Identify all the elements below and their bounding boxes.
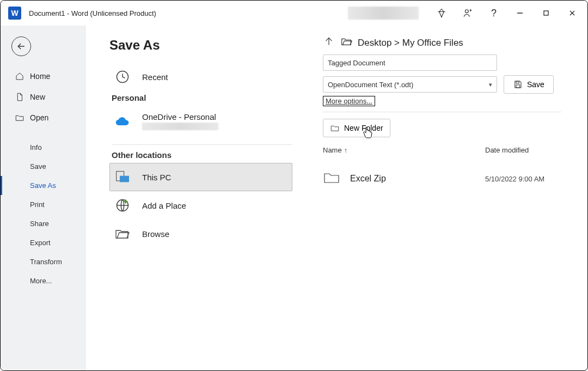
nav-export[interactable]: Export xyxy=(1,233,85,252)
this-pc-icon xyxy=(115,169,130,185)
filename-input[interactable] xyxy=(323,54,497,71)
nav-transform[interactable]: Transform xyxy=(1,252,85,271)
location-recent[interactable]: Recent xyxy=(109,63,292,91)
new-folder-label: New Folder xyxy=(344,124,383,132)
account-area[interactable] xyxy=(348,7,419,20)
file-name: Excel Zip xyxy=(350,174,386,184)
location-onedrive-label: OneDrive - Personal xyxy=(142,112,218,121)
filetype-value: OpenDocument Text (*.odt) xyxy=(328,81,413,89)
folder-icon xyxy=(323,171,340,187)
breadcrumb-folder-icon xyxy=(340,35,352,50)
onedrive-icon xyxy=(115,114,130,129)
help-icon[interactable]: ? xyxy=(481,1,507,26)
close-button[interactable] xyxy=(559,1,585,26)
svg-rect-14 xyxy=(516,85,520,88)
column-header-date[interactable]: Date modified xyxy=(485,146,561,154)
location-recent-label: Recent xyxy=(142,72,168,82)
nav-save-as[interactable]: Save As xyxy=(1,176,85,195)
nav-open[interactable]: Open xyxy=(1,107,85,128)
premium-icon[interactable] xyxy=(428,1,455,26)
add-place-icon xyxy=(115,198,130,213)
nav-info[interactable]: Info xyxy=(1,138,85,157)
onedrive-account xyxy=(142,123,218,130)
personal-header: Personal xyxy=(112,93,292,102)
location-onedrive[interactable]: OneDrive - Personal xyxy=(109,106,292,137)
save-button[interactable]: Save xyxy=(504,75,554,94)
nav-print[interactable]: Print xyxy=(1,195,85,214)
nav-open-label: Open xyxy=(30,113,48,122)
window-title: Document1 - Word (Unlicensed Product) xyxy=(29,9,156,17)
location-add-place-label: Add a Place xyxy=(142,201,186,210)
new-folder-button[interactable]: New Folder xyxy=(323,119,390,137)
svg-rect-2 xyxy=(544,11,548,15)
chevron-down-icon: ▾ xyxy=(489,81,492,88)
other-locations-header: Other locations xyxy=(112,144,292,160)
up-one-level-button[interactable] xyxy=(323,35,335,50)
file-date: 5/10/2022 9:00 AM xyxy=(485,175,561,183)
file-row[interactable]: Excel Zip 5/10/2022 9:00 AM xyxy=(323,157,561,200)
location-add-place[interactable]: Add a Place xyxy=(109,191,292,220)
save-button-label: Save xyxy=(527,80,544,89)
column-header-name[interactable]: Name ↑ xyxy=(323,146,485,154)
browse-icon xyxy=(115,226,130,241)
back-button[interactable] xyxy=(11,37,31,56)
page-title: Save As xyxy=(109,38,292,53)
word-app-icon: W xyxy=(8,7,21,20)
restore-button[interactable] xyxy=(533,1,559,26)
nav-new-label: New xyxy=(30,93,45,101)
backstage-nav: Home New Open Info Save Save As Print Sh… xyxy=(1,26,85,370)
filetype-select[interactable]: OpenDocument Text (*.odt) ▾ xyxy=(323,76,497,93)
location-this-pc-label: This PC xyxy=(142,173,171,182)
share-person-icon[interactable] xyxy=(455,1,481,26)
minimize-button[interactable] xyxy=(507,1,533,26)
nav-share[interactable]: Share xyxy=(1,214,85,233)
nav-new[interactable]: New xyxy=(1,87,85,107)
nav-more[interactable]: More... xyxy=(1,271,85,290)
nav-home[interactable]: Home xyxy=(1,66,85,87)
recent-icon xyxy=(115,69,130,84)
nav-home-label: Home xyxy=(30,72,50,81)
more-options-link[interactable]: More options... xyxy=(323,96,375,106)
location-browse[interactable]: Browse xyxy=(109,220,292,248)
nav-save[interactable]: Save xyxy=(1,157,85,176)
breadcrumb-path[interactable]: Desktop > My Office Files xyxy=(358,38,463,48)
svg-point-0 xyxy=(465,10,468,13)
location-browse-label: Browse xyxy=(142,229,169,239)
svg-rect-13 xyxy=(516,81,519,83)
location-this-pc[interactable]: This PC xyxy=(109,163,292,191)
svg-rect-8 xyxy=(120,176,129,182)
sort-asc-icon: ↑ xyxy=(344,146,348,154)
